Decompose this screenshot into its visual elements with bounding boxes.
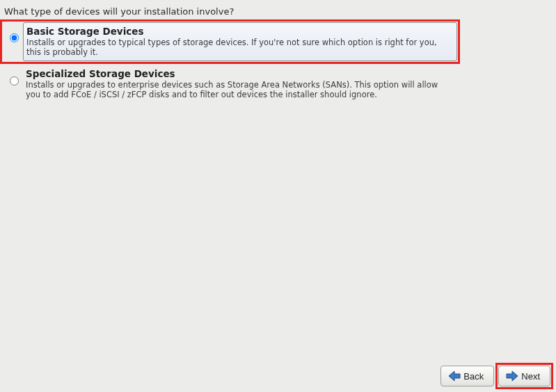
next-button-label: Next: [521, 371, 540, 382]
footer-buttons: Back Next: [440, 366, 550, 386]
next-button[interactable]: Next: [498, 366, 550, 386]
arrow-right-icon: [506, 370, 518, 382]
page-question: What type of devices will your installat…: [0, 0, 556, 21]
option-box-specialized[interactable]: Specialized Storage Devices Installs or …: [23, 65, 457, 103]
option-desc-basic: Installs or upgrades to typical types of…: [26, 38, 447, 58]
radio-specialized[interactable]: [10, 76, 19, 85]
option-container-basic: Basic Storage Devices Installs or upgrad…: [1, 21, 459, 63]
back-button[interactable]: Back: [440, 366, 494, 386]
arrow-left-icon: [448, 370, 461, 382]
storage-option-basic[interactable]: Basic Storage Devices Installs or upgrad…: [3, 22, 457, 61]
storage-option-specialized[interactable]: Specialized Storage Devices Installs or …: [3, 65, 457, 103]
option-title-specialized: Specialized Storage Devices: [26, 68, 453, 79]
option-box-basic[interactable]: Basic Storage Devices Installs or upgrad…: [23, 22, 457, 61]
option-container-specialized: Specialized Storage Devices Installs or …: [1, 64, 459, 104]
option-desc-specialized: Installs or upgrades to enterprise devic…: [26, 80, 446, 100]
next-button-highlight: Next: [498, 366, 550, 386]
option-title-basic: Basic Storage Devices: [26, 26, 452, 37]
back-button-label: Back: [463, 371, 484, 382]
radio-basic[interactable]: [10, 33, 19, 42]
